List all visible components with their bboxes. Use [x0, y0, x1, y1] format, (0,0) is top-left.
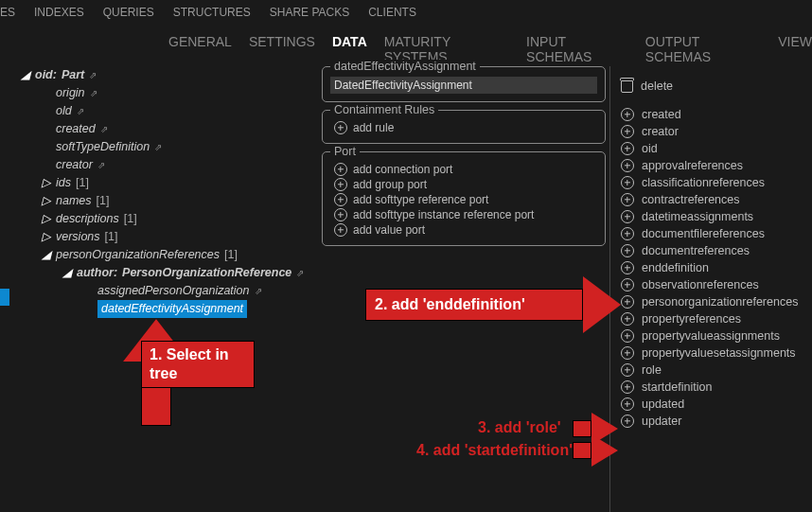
object-tree: ◢ oid: Part ⇗ origin⇗ old⇗ created⇗ soft…: [21, 66, 343, 318]
twisty-icon[interactable]: ▷: [42, 192, 51, 210]
tree-ids[interactable]: ▷ids[1]: [21, 174, 343, 192]
menu-queries[interactable]: QUERIES: [103, 6, 154, 19]
panel-title: Containment Rules: [330, 103, 438, 116]
plus-icon: [334, 193, 347, 206]
link-icon: ⇗: [154, 138, 162, 156]
menu-sharepacks[interactable]: SHARE PACKS: [270, 6, 349, 19]
add-documentreferences[interactable]: documentreferences: [621, 242, 810, 259]
annotation-arrow-4-stem: [573, 442, 591, 459]
add-updated[interactable]: updated: [621, 396, 810, 413]
twisty-icon[interactable]: ▷: [42, 228, 51, 246]
add-documentfilereferences[interactable]: documentfilereferences: [621, 225, 810, 242]
add-rule-button[interactable]: add rule: [330, 120, 597, 135]
plus-icon: [334, 178, 347, 191]
plus-icon: [621, 210, 634, 223]
tree-oid-label: oid:: [35, 66, 57, 84]
plus-icon: [334, 121, 347, 134]
tree-dated-effectivity[interactable]: datedEffectivityAssignment: [21, 300, 343, 318]
plus-icon: [621, 397, 634, 411]
link-icon: ⇗: [255, 282, 262, 300]
tab-output-schemas[interactable]: OUTPUT SCHEMAS: [645, 34, 761, 64]
twisty-icon[interactable]: ▷: [42, 174, 51, 192]
link-icon: ⇗: [77, 102, 84, 120]
plus-icon: [621, 125, 634, 138]
add-value-port[interactable]: add value port: [330, 222, 597, 238]
plus-icon: [621, 295, 634, 309]
link-icon: ⇗: [100, 120, 108, 138]
tree-softtype[interactable]: softTypeDefinition⇗: [21, 138, 343, 156]
tree-oid[interactable]: ◢ oid: Part ⇗: [21, 66, 343, 84]
tree-descriptions[interactable]: ▷descriptions[1]: [21, 210, 343, 228]
tree-old[interactable]: old⇗: [21, 102, 343, 120]
add-classificationreferences[interactable]: classificationreferences: [621, 174, 810, 191]
add-propertyvaluesetassignments[interactable]: propertyvaluesetassignments: [621, 344, 810, 362]
plus-icon: [621, 312, 634, 326]
selection-indicator: [0, 289, 9, 306]
add-role[interactable]: role: [621, 362, 810, 379]
menu-indexes[interactable]: INDEXES: [34, 6, 84, 19]
add-updater[interactable]: updater: [621, 413, 810, 430]
add-oid[interactable]: oid: [621, 140, 810, 157]
plus-icon: [621, 227, 634, 240]
add-connection-port[interactable]: add connection port: [330, 162, 597, 177]
add-softtype-inst-port[interactable]: add softtype instance reference port: [330, 207, 597, 222]
tree-personorgrefs[interactable]: ◢personOrganizationReferences[1]: [21, 246, 343, 264]
tree-versions[interactable]: ▷versions[1]: [21, 228, 343, 246]
menu-structures[interactable]: STRUCTURES: [173, 6, 251, 19]
add-enddefinition[interactable]: enddefinition: [621, 259, 810, 276]
add-personorganizationreferences[interactable]: personorganizationreferences: [621, 293, 810, 310]
annotation-arrow-4-icon: [591, 434, 618, 467]
link-icon: ⇗: [296, 264, 304, 282]
tree-names[interactable]: ▷names[1]: [21, 192, 343, 210]
plus-icon: [334, 223, 347, 237]
add-propertyreferences[interactable]: propertyreferences: [621, 310, 810, 327]
add-observationreferences[interactable]: observationreferences: [621, 276, 810, 293]
actions-list: delete created creator oid approvalrefer…: [621, 78, 810, 430]
tree-origin[interactable]: origin⇗: [21, 84, 343, 102]
plus-icon: [621, 193, 634, 206]
plus-icon: [621, 380, 634, 394]
link-icon: ⇗: [90, 84, 97, 102]
twisty-icon[interactable]: ◢: [42, 246, 51, 264]
panel-item-dated[interactable]: DatedEffectivityAssignment: [330, 77, 597, 94]
add-startdefinition[interactable]: startdefinition: [621, 379, 810, 396]
plus-icon: [621, 363, 634, 377]
plus-icon: [621, 346, 634, 360]
add-softtype-ref-port[interactable]: add softtype reference port: [330, 192, 597, 207]
add-group-port[interactable]: add group port: [330, 177, 597, 192]
twisty-icon[interactable]: ◢: [62, 264, 72, 282]
add-propertyvalueassignments[interactable]: propertyvalueassignments: [621, 327, 810, 344]
tree-oid-type: Part: [62, 66, 84, 84]
tab-view[interactable]: VIEW: [778, 34, 812, 64]
tab-general[interactable]: GENERAL: [168, 34, 232, 64]
panel-port: Port add connection port add group port …: [322, 151, 606, 246]
add-approvalreferences[interactable]: approvalreferences: [621, 157, 810, 174]
center-panels: datedEffectivityAssignment DatedEffectiv…: [322, 66, 606, 254]
plus-icon: [621, 244, 634, 257]
add-creator[interactable]: creator: [621, 123, 810, 140]
annotation-4: 4. add 'startdefinition': [416, 442, 573, 459]
plus-icon: [621, 142, 634, 155]
tree-assignedpersonorg[interactable]: assignedPersonOrganization⇗: [21, 282, 343, 300]
tree-created[interactable]: created⇗: [21, 120, 343, 138]
add-datetimeassignments[interactable]: datetimeassignments: [621, 208, 810, 225]
add-contractreferences[interactable]: contractreferences: [621, 191, 810, 208]
plus-icon: [621, 176, 634, 189]
menu-clients[interactable]: CLIENTS: [368, 6, 416, 19]
delete-action[interactable]: delete: [621, 78, 810, 95]
add-created[interactable]: created: [621, 106, 810, 123]
plus-icon: [334, 208, 347, 221]
plus-icon: [621, 108, 634, 121]
trash-icon: [621, 80, 633, 93]
annotation-arrow-3-stem: [573, 420, 591, 437]
twisty-icon[interactable]: ▷: [42, 210, 51, 228]
tree-creator[interactable]: creator⇗: [21, 156, 343, 174]
panel-title: datedEffectivityAssignment: [330, 60, 480, 73]
annotation-arrow-2-icon: [583, 276, 621, 333]
plus-icon: [621, 261, 634, 274]
twisty-icon[interactable]: ◢: [21, 66, 30, 84]
tab-settings[interactable]: SETTINGS: [249, 34, 315, 64]
menu-es[interactable]: ES: [0, 6, 15, 19]
tree-author[interactable]: ◢ author: PersonOrganizationReference ⇗: [21, 264, 343, 282]
tab-input-schemas[interactable]: INPUT SCHEMAS: [526, 34, 628, 64]
